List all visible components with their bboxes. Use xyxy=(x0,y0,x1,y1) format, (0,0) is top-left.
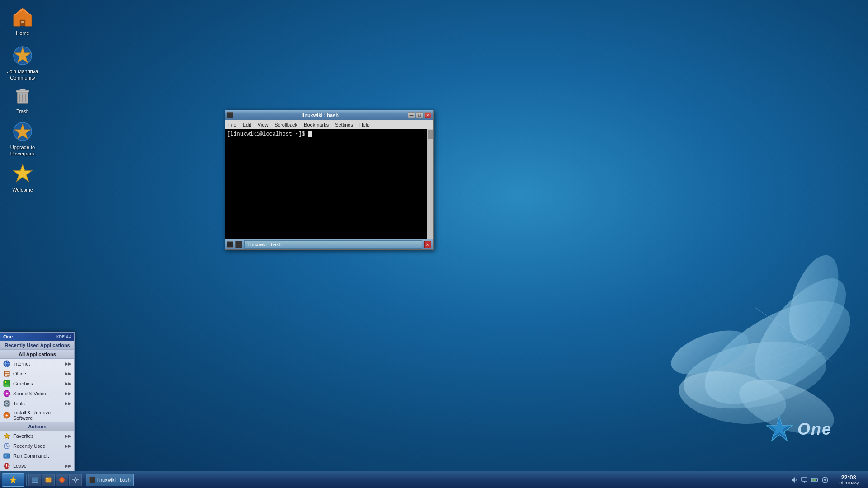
svg-text:+: + xyxy=(5,413,8,418)
terminal-taskbar-button[interactable]: linuxwiki : bash xyxy=(86,474,134,486)
system-tray: 22:03 Fri, 10 May xyxy=(788,474,866,486)
menu-graphics[interactable]: Graphics ▶ xyxy=(0,379,74,389)
terminal-tab-label[interactable]: linuxwiki : bash xyxy=(244,240,422,249)
menu-tools[interactable]: Tools ▶ xyxy=(0,399,74,408)
taskbar-separator-1 xyxy=(26,474,27,486)
menu-help[interactable]: Help xyxy=(358,122,371,128)
terminal-scrollbar[interactable] xyxy=(427,129,433,239)
taskbar-browser-btn[interactable] xyxy=(56,474,68,486)
terminal-tab-arrow-left[interactable] xyxy=(227,241,233,248)
menu-leave[interactable]: Leave ▶ xyxy=(0,461,74,471)
svg-rect-54 xyxy=(32,477,38,482)
network-icon xyxy=(800,476,808,484)
sound-video-icon xyxy=(3,390,10,397)
leave-label: Leave xyxy=(13,463,62,469)
clock[interactable]: 22:03 Fri, 10 May xyxy=(833,474,864,485)
battery-icon xyxy=(811,476,819,484)
svg-marker-53 xyxy=(9,476,17,483)
welcome-desktop-icon[interactable]: Welcome xyxy=(5,161,41,195)
menu-header: One KDE 4.4 xyxy=(0,333,74,341)
scrollbar-thumb[interactable] xyxy=(428,130,433,139)
graphics-submenu-arrow: ▶ xyxy=(65,381,71,386)
svg-text:↑: ↑ xyxy=(22,137,24,141)
systray-volume-icon[interactable] xyxy=(821,475,830,484)
terminal-statusbar: linuxwiki : bash ✕ xyxy=(225,239,433,249)
maximize-button[interactable]: □ xyxy=(416,112,423,118)
menu-install-software[interactable]: + Install & Remove Software xyxy=(0,408,74,422)
tools-icon xyxy=(3,400,10,407)
menu-sound-video[interactable]: Sound & Video ▶ xyxy=(0,389,74,399)
home-desktop-icon[interactable]: Home xyxy=(5,5,41,38)
taskbar-separator-2 xyxy=(84,474,84,486)
svg-rect-56 xyxy=(33,483,36,483)
terminal-window: linuxwiki : bash — □ ✕ File Edit View Sc… xyxy=(225,110,434,250)
office-icon xyxy=(3,370,10,377)
trash-icon xyxy=(12,84,33,106)
svg-rect-72 xyxy=(812,479,816,481)
svg-rect-67 xyxy=(802,477,807,481)
terminal-taskbar-icon xyxy=(89,477,95,483)
menu-view[interactable]: View xyxy=(256,122,270,128)
minimize-button[interactable]: — xyxy=(408,112,415,118)
recently-used-apps-header: Recently Used Applications xyxy=(0,341,74,350)
svg-point-35 xyxy=(5,381,6,383)
close-button[interactable]: ✕ xyxy=(424,112,431,118)
menu-bookmarks[interactable]: Bookmarks xyxy=(302,122,330,128)
welcome-icon-label: Welcome xyxy=(12,187,33,193)
leave-icon xyxy=(3,462,10,469)
desktop: One Home Join Mandriva Community Trash xyxy=(0,0,868,488)
kde-version-badge: KDE 4.4 xyxy=(56,334,71,339)
firefox-icon xyxy=(58,476,66,483)
recently-used-label: Recently Used xyxy=(13,443,62,449)
join-mandriva-desktop-icon[interactable]: Join Mandriva Community xyxy=(5,43,41,83)
terminal-window-icon xyxy=(227,112,233,118)
menu-file[interactable]: File xyxy=(227,122,238,128)
systray-network-icon[interactable] xyxy=(800,475,809,484)
internet-submenu-arrow: ▶ xyxy=(65,361,71,366)
files-icon xyxy=(45,476,52,483)
svg-point-74 xyxy=(824,479,826,481)
menu-scrollback[interactable]: Scrollback xyxy=(273,122,299,128)
join-mandriva-icon xyxy=(12,45,33,66)
install-software-label: Install & Remove Software xyxy=(13,410,71,421)
terminal-title: linuxwiki : bash xyxy=(233,113,407,118)
trash-icon-label: Trash xyxy=(16,108,29,114)
menu-recently-used[interactable]: Recently Used ▶ xyxy=(0,441,74,451)
start-button-icon xyxy=(9,475,18,484)
svg-text:>_: >_ xyxy=(5,454,9,458)
trash-desktop-icon[interactable]: Trash xyxy=(5,83,41,116)
mandriva-text: One xyxy=(797,420,832,439)
home-icon-label: Home xyxy=(16,30,29,36)
menu-office[interactable]: Office ▶ xyxy=(0,369,74,379)
terminal-tab-close[interactable]: ✕ xyxy=(424,241,431,248)
systray-battery-icon[interactable] xyxy=(810,475,819,484)
menu-run-command[interactable]: >_ Run Command... xyxy=(0,451,74,461)
run-command-icon: >_ xyxy=(3,452,10,460)
upgrade-desktop-icon[interactable]: ↑ Upgrade to Powerpack xyxy=(5,119,41,159)
application-menu: One KDE 4.4 Recently Used Applications A… xyxy=(0,332,75,471)
taskbar-files-btn[interactable] xyxy=(42,474,55,486)
internet-label: Internet xyxy=(13,361,62,366)
taskbar-desktop-btn[interactable] xyxy=(28,474,41,486)
clock-date: Fri, 10 May xyxy=(838,481,859,485)
menu-settings[interactable]: Settings xyxy=(334,122,354,128)
menu-edit[interactable]: Edit xyxy=(241,122,253,128)
actions-header: Actions xyxy=(0,422,74,431)
start-button[interactable] xyxy=(2,473,24,487)
terminal-prompt: [linuxwiki@localhost ~]$ xyxy=(227,131,308,137)
home-icon xyxy=(12,6,33,28)
systray-audio-icon[interactable] xyxy=(789,475,798,484)
sound-video-label: Sound & Video xyxy=(13,391,62,396)
leave-submenu-arrow: ▶ xyxy=(65,464,71,468)
volume-icon xyxy=(821,476,829,484)
menu-title: One xyxy=(3,334,13,339)
tools-submenu-arrow: ▶ xyxy=(65,401,71,406)
terminal-cursor xyxy=(308,131,312,137)
taskbar-config-btn[interactable] xyxy=(69,474,82,486)
favorites-submenu-arrow: ▶ xyxy=(65,434,71,438)
svg-marker-66 xyxy=(792,477,795,483)
menu-internet[interactable]: Internet ▶ xyxy=(0,359,74,369)
menu-favorites[interactable]: Favorites ▶ xyxy=(0,431,74,441)
run-command-label: Run Command... xyxy=(13,453,71,459)
terminal-body[interactable]: [linuxwiki@localhost ~]$ xyxy=(225,129,433,239)
